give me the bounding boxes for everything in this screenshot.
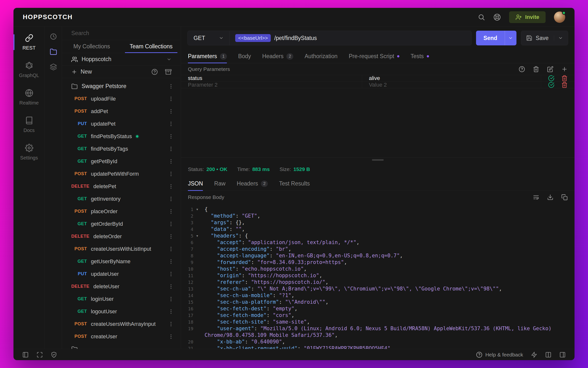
request-uploadFile[interactable]: POSTuploadFile	[62, 92, 181, 105]
toggle-param-icon[interactable]	[548, 82, 554, 88]
url-input[interactable]: <<baseUrl>> /pet/findByStatus	[230, 31, 471, 45]
shield-check-icon[interactable]	[51, 352, 57, 358]
nav-item-docs[interactable]: Docs	[13, 111, 45, 138]
options-menu-icon[interactable]	[168, 246, 174, 252]
options-menu-icon[interactable]	[168, 146, 174, 152]
save-options-button[interactable]	[554, 36, 563, 40]
send-button[interactable]: Send	[476, 31, 516, 45]
tab-my-collections[interactable]: My Collections	[62, 40, 122, 53]
param-key-input[interactable]: status	[181, 75, 362, 81]
request-deletePet[interactable]: DELETEdeletePet	[62, 180, 181, 193]
subnav-history[interactable]	[45, 29, 62, 44]
tab-headers[interactable]: Headers2	[262, 50, 293, 63]
toggle-right-panel-icon[interactable]	[559, 352, 566, 358]
tab-raw[interactable]: Raw	[214, 177, 225, 191]
download-icon[interactable]	[547, 194, 553, 200]
save-button[interactable]: Save	[521, 31, 568, 45]
help-icon[interactable]	[519, 66, 525, 72]
nav-item-realtime[interactable]: Realtime	[13, 83, 45, 111]
options-menu-icon[interactable]	[168, 234, 174, 239]
pane-resize-handle[interactable]	[181, 158, 575, 162]
help-icon[interactable]	[151, 69, 158, 75]
team-selector[interactable]: Hoppscotch	[62, 53, 181, 66]
options-menu-icon[interactable]	[168, 271, 174, 277]
request-deleteOrder[interactable]: DELETEdeleteOrder	[62, 230, 181, 243]
options-menu-icon[interactable]	[168, 108, 174, 114]
request-getInventory[interactable]: GETgetInventory	[62, 193, 181, 205]
param-value-input[interactable]: Value 2	[362, 82, 541, 88]
send-options-button[interactable]	[505, 31, 516, 45]
request-addPet[interactable]: POSTaddPet	[62, 105, 181, 118]
collection-folder-clipped[interactable]	[62, 343, 181, 349]
collection-folder[interactable]: Swagger Petstore	[62, 80, 181, 92]
shortcuts-icon[interactable]	[531, 352, 537, 358]
request-findPetsByTags[interactable]: GETfindPetsByTags	[62, 143, 181, 155]
nav-item-settings[interactable]: Settings	[13, 138, 45, 166]
options-menu-icon[interactable]	[168, 171, 174, 177]
request-getPetById[interactable]: GETgetPetById	[62, 155, 181, 168]
request-createUser[interactable]: POSTcreateUser	[62, 330, 181, 343]
method-select[interactable]: GET	[188, 31, 230, 45]
options-menu-icon[interactable]	[168, 221, 174, 227]
options-menu-icon[interactable]	[168, 96, 174, 102]
avatar[interactable]	[554, 12, 565, 23]
tab-pre-request-script[interactable]: Pre-request Script	[349, 50, 399, 63]
support-icon[interactable]	[493, 13, 501, 21]
search-icon[interactable]	[478, 13, 485, 21]
delete-param-icon[interactable]	[561, 75, 568, 81]
tab-body[interactable]: Body	[238, 50, 251, 63]
tab-json[interactable]: JSON	[188, 177, 203, 191]
request-getOrderById[interactable]: GETgetOrderById	[62, 218, 181, 230]
options-menu-icon[interactable]	[168, 83, 174, 89]
toggle-param-icon[interactable]	[548, 75, 554, 81]
options-menu-icon[interactable]	[168, 133, 174, 139]
fold-arrow-icon[interactable]: ▾	[193, 233, 201, 239]
options-menu-icon[interactable]	[168, 184, 174, 189]
fold-arrow-icon[interactable]: ▾	[193, 206, 201, 213]
request-createUsersWithArrayInput[interactable]: POSTcreateUsersWithArrayInput	[62, 318, 181, 330]
request-findPetsByStatus[interactable]: GETfindPetsByStatus	[62, 130, 181, 143]
request-deleteUser[interactable]: DELETEdeleteUser	[62, 280, 181, 293]
request-updatePet[interactable]: PUTupdatePet	[62, 118, 181, 130]
toggle-sidebar-icon[interactable]	[22, 352, 29, 358]
expand-icon[interactable]	[37, 352, 43, 358]
delete-all-params-icon[interactable]	[533, 66, 539, 72]
request-updateUser[interactable]: PUTupdateUser	[62, 268, 181, 280]
subnav-collections[interactable]	[45, 44, 62, 59]
tab-team-collections[interactable]: Team Collections	[122, 40, 181, 53]
columns-layout-icon[interactable]	[545, 352, 551, 358]
tab-authorization[interactable]: Authorization	[305, 50, 337, 63]
import-export-icon[interactable]	[165, 69, 172, 75]
collections-search-input[interactable]: Search	[62, 26, 181, 40]
add-param-icon[interactable]	[561, 66, 568, 72]
options-menu-icon[interactable]	[168, 334, 174, 340]
subnav-environments[interactable]	[45, 59, 62, 75]
bulk-edit-icon[interactable]	[547, 66, 553, 72]
tab-test-results[interactable]: Test Results	[279, 177, 310, 191]
nav-item-graphql[interactable]: GraphQL	[13, 56, 45, 83]
options-menu-icon[interactable]	[168, 259, 174, 264]
param-value-input[interactable]: alive	[362, 75, 541, 81]
options-menu-icon[interactable]	[168, 121, 174, 127]
invite-button[interactable]: Invite	[509, 11, 546, 23]
options-menu-icon[interactable]	[168, 309, 174, 315]
help-feedback-button[interactable]: Help & feedback	[476, 352, 523, 358]
options-menu-icon[interactable]	[168, 321, 174, 327]
options-menu-icon[interactable]	[168, 296, 174, 302]
param-key-input[interactable]: Parameter 2	[181, 82, 362, 88]
tab-parameters[interactable]: Parameters1	[188, 50, 227, 63]
nav-item-rest[interactable]: REST	[13, 28, 45, 56]
request-updatePetWithForm[interactable]: POSTupdatePetWithForm	[62, 168, 181, 180]
tab-headers[interactable]: Headers2	[237, 177, 268, 191]
request-logoutUser[interactable]: GETlogoutUser	[62, 305, 181, 318]
options-menu-icon[interactable]	[168, 196, 174, 202]
options-menu-icon[interactable]	[168, 284, 174, 289]
new-collection-button[interactable]: New	[71, 68, 92, 75]
request-createUsersWithListInput[interactable]: POSTcreateUsersWithListInput	[62, 243, 181, 255]
options-menu-icon[interactable]	[168, 209, 174, 214]
request-loginUser[interactable]: GETloginUser	[62, 293, 181, 305]
tab-tests[interactable]: Tests	[411, 50, 429, 63]
copy-icon[interactable]	[561, 194, 568, 200]
delete-param-icon[interactable]	[561, 82, 568, 88]
request-placeOrder[interactable]: POSTplaceOrder	[62, 205, 181, 218]
